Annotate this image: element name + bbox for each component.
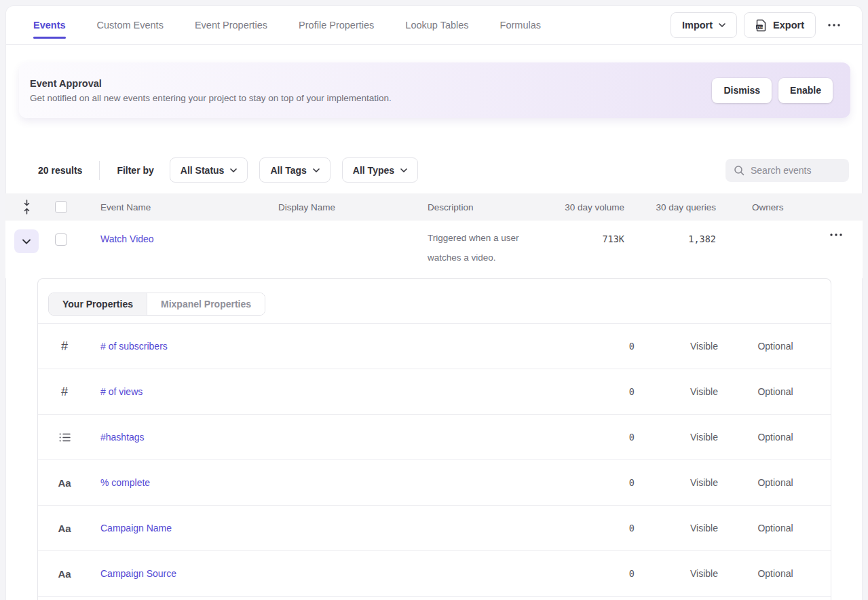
property-value: 0 (553, 477, 635, 488)
chevron-down-icon (230, 168, 237, 172)
property-visibility[interactable]: Visible (668, 386, 740, 397)
filter-bar: 20 results Filter by All Status All Tags… (5, 157, 863, 183)
tab-formulas[interactable]: Formulas (500, 6, 541, 44)
chevron-down-icon (313, 168, 320, 172)
property-requirement[interactable]: Optional (740, 432, 811, 443)
property-requirement[interactable]: Optional (740, 386, 811, 397)
text-icon: Aa (57, 568, 72, 580)
property-requirement[interactable]: Optional (740, 523, 811, 533)
property-value: 0 (553, 523, 635, 533)
row-checkbox[interactable] (55, 233, 67, 246)
results-count: 20 results (38, 165, 82, 176)
event-properties-panel: Your Properties Mixpanel Properties # # … (37, 278, 831, 600)
property-row: Aa Campaign Source 0 Visible Optional (38, 551, 831, 597)
property-name-link[interactable]: # of views (100, 386, 553, 397)
tab-profile-properties[interactable]: Profile Properties (299, 6, 374, 44)
banner-title: Event Approval (30, 78, 392, 89)
header-30-day-volume: 30 day volume (529, 202, 624, 212)
export-button[interactable]: csv Export (744, 12, 816, 38)
svg-text:csv: csv (757, 24, 763, 29)
filter-dropdowns: All Status All Tags All Types (170, 157, 418, 183)
header-30-day-queries: 30 day queries (624, 202, 716, 212)
event-description: Triggered when a user watches a video. (428, 228, 529, 267)
more-horizontal-icon (828, 24, 840, 26)
property-visibility[interactable]: Visible (668, 477, 740, 488)
select-all-checkbox[interactable] (55, 201, 67, 213)
property-name-link[interactable]: % complete (100, 477, 553, 488)
description-cell: Triggered when a user watches a video. (400, 221, 529, 267)
volume-value: 713K (602, 233, 624, 244)
banner-text: Event Approval Get notified on all new e… (30, 78, 392, 103)
property-row: Aa Campaign Name 0 Visible Optional (38, 506, 831, 551)
property-name-link[interactable]: # of subscribers (100, 341, 553, 352)
queries-cell: 1,382 (624, 221, 716, 244)
event-name-cell: Watch Video (73, 221, 251, 244)
expand-cell (5, 221, 48, 253)
property-value: 0 (553, 341, 635, 352)
property-name-link[interactable]: #hashtags (100, 432, 553, 443)
property-visibility[interactable]: Visible (668, 341, 740, 352)
collapse-all-cell (5, 200, 48, 214)
row-more-button[interactable] (826, 229, 846, 240)
types-filter-label: All Types (353, 165, 394, 176)
properties-tab-switcher: Your Properties Mixpanel Properties (48, 293, 265, 316)
more-menu-button[interactable] (823, 12, 846, 38)
nav-actions: Import csv Export (671, 12, 846, 38)
volume-cell: 713K (529, 221, 624, 244)
export-button-label: Export (773, 20, 804, 31)
status-filter-label: All Status (181, 165, 225, 176)
tab-lookup-tables[interactable]: Lookup Tables (405, 6, 468, 44)
table-row-watch-video: Watch Video Triggered when a user watche… (5, 221, 863, 278)
text-icon: Aa (57, 523, 72, 534)
header-event-name: Event Name (73, 202, 251, 212)
tab-mixpanel-properties[interactable]: Mixpanel Properties (147, 293, 265, 315)
header-display-name: Display Name (251, 202, 400, 212)
types-filter-dropdown[interactable]: All Types (342, 157, 418, 183)
property-row: #hashtags 0 Visible Optional (38, 415, 831, 460)
property-requirement[interactable]: Optional (740, 477, 811, 488)
list-icon (57, 432, 72, 443)
status-filter-dropdown[interactable]: All Status (170, 157, 248, 183)
import-button-label: Import (682, 20, 713, 31)
property-requirement[interactable]: Optional (740, 341, 811, 352)
events-table-header: Event Name Display Name Description 30 d… (5, 193, 863, 221)
row-more-cell (791, 221, 863, 240)
more-horizontal-icon (830, 233, 842, 236)
tags-filter-dropdown[interactable]: All Tags (259, 157, 330, 183)
property-visibility[interactable]: Visible (668, 568, 740, 579)
properties-tabs-header: Your Properties Mixpanel Properties (38, 279, 831, 324)
property-name-link[interactable]: Campaign Name (100, 523, 553, 533)
chevron-down-icon (719, 23, 725, 27)
tab-your-properties[interactable]: Your Properties (49, 293, 147, 315)
top-nav: Events Custom Events Event Properties Pr… (6, 6, 862, 45)
collapse-all-icon[interactable] (22, 200, 31, 214)
tags-filter-label: All Tags (270, 165, 306, 176)
number-icon: # (57, 385, 72, 399)
property-visibility[interactable]: Visible (668, 523, 740, 533)
tab-events[interactable]: Events (33, 6, 66, 44)
search-icon (734, 165, 744, 176)
property-visibility[interactable]: Visible (668, 432, 740, 443)
header-description: Description (400, 202, 529, 212)
property-name-link[interactable]: Campaign Source (100, 568, 553, 579)
search-box (725, 159, 849, 182)
property-value: 0 (553, 432, 635, 443)
property-row: Aa % complete 0 Visible Optional (38, 460, 831, 506)
banner-actions: Dismiss Enable (712, 78, 833, 103)
tab-custom-events[interactable]: Custom Events (97, 6, 164, 44)
banner-description: Get notified on all new events entering … (30, 93, 392, 103)
collapse-row-chevron-icon[interactable] (14, 229, 39, 253)
dismiss-button[interactable]: Dismiss (712, 78, 772, 103)
tab-event-properties[interactable]: Event Properties (195, 6, 267, 44)
property-requirement[interactable]: Optional (740, 568, 811, 579)
enable-button[interactable]: Enable (778, 78, 833, 103)
select-all-cell (48, 201, 73, 213)
search-input[interactable] (751, 165, 841, 176)
event-approval-banner: Event Approval Get notified on all new e… (19, 62, 850, 118)
number-icon: # (57, 339, 72, 354)
filter-by-label: Filter by (117, 165, 153, 176)
nav-tabs: Events Custom Events Event Properties Pr… (33, 6, 541, 44)
event-name-link[interactable]: Watch Video (100, 233, 154, 244)
property-value: 0 (553, 386, 635, 397)
import-button[interactable]: Import (671, 12, 737, 38)
